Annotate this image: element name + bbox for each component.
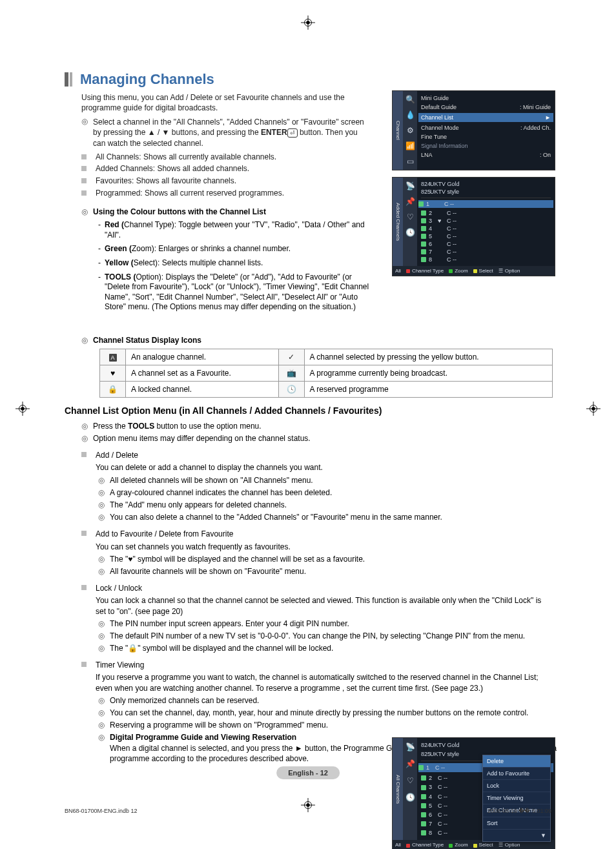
osd-icon-column: 🔍 💧 ⚙ 📶 ▭ bbox=[403, 91, 417, 170]
osd-value: : Mini Guide bbox=[520, 104, 551, 110]
bullet-item: Added Channels: Shows all added channels… bbox=[81, 164, 365, 174]
option-note: ◎The "Add" menu only appears for deleted… bbox=[98, 500, 555, 510]
note-icon: ◎ bbox=[98, 732, 110, 742]
osd-item: Default Guide bbox=[421, 104, 457, 110]
page-number-badge: English - 12 bbox=[276, 766, 340, 779]
note-text: Press the TOOLS button to use the option… bbox=[93, 421, 262, 431]
osd-tab-added: Added Channels bbox=[393, 178, 403, 266]
osd-ch-name: UKTV style bbox=[430, 189, 459, 195]
dtv-icon bbox=[418, 765, 424, 770]
bullet-icon bbox=[81, 166, 87, 171]
svg-point-3 bbox=[306, 21, 310, 25]
osd-channel-row: 2C -- bbox=[421, 209, 551, 217]
note-text: A gray-coloured channel indicates the ch… bbox=[110, 487, 471, 498]
registration-mark-icon bbox=[301, 798, 315, 812]
dtv-icon bbox=[421, 785, 426, 790]
note-text: Only memorized channels can be reserved. bbox=[110, 695, 555, 706]
registration-mark-icon bbox=[301, 15, 315, 30]
heading-text: Digital Programme Guide and Viewing Rese… bbox=[110, 732, 296, 742]
dtv-icon bbox=[418, 201, 424, 207]
note-icon: ◎ bbox=[98, 554, 110, 564]
dtv-icon bbox=[421, 830, 426, 835]
heart-icon: ♡ bbox=[407, 212, 414, 221]
pin-icon: 📌 bbox=[406, 197, 415, 206]
status-desc: An analogue channel. bbox=[126, 349, 279, 365]
status-desc: A reserved programme bbox=[304, 381, 552, 397]
antenna-icon: 📡 bbox=[406, 181, 415, 190]
osd-footer: All Channel Type Zoom Select ☰Option bbox=[393, 266, 555, 276]
magnifier-icon: 🔍 bbox=[406, 95, 415, 104]
osd-option-item: Timer Viewing bbox=[483, 792, 550, 804]
osd-icon-column: 📡 📌 ♡ 🕓 bbox=[403, 738, 417, 840]
option-note: ◎Only memorized channels can be reserved… bbox=[98, 695, 555, 706]
bullet-icon bbox=[81, 178, 87, 183]
status-icon-cell: ♥ bbox=[100, 365, 126, 381]
note-text: You can also delete a channel to the "Ad… bbox=[110, 512, 471, 522]
bullet-item: Programmed: Shows all current reserved p… bbox=[81, 189, 365, 199]
osd-item-disabled: Signal Information bbox=[421, 143, 468, 149]
status-icon-table: AAn analogue channel.✓A channel selected… bbox=[99, 349, 553, 398]
osd-item: LNA bbox=[421, 152, 433, 158]
footer-file: BN68-01700M-ENG.indb 12 bbox=[65, 808, 138, 814]
note-icon: ◎ bbox=[98, 566, 110, 577]
heading-text: Channel Status Display Icons bbox=[93, 336, 201, 345]
osd-channel-menu: Channel 🔍 💧 ⚙ 📶 ▭ Mini Guide Default Gui… bbox=[392, 90, 555, 276]
note-icon: ◎ bbox=[98, 487, 110, 498]
bullet-text: All Channels: Shows all currently availa… bbox=[96, 152, 276, 163]
dtv-icon bbox=[421, 218, 426, 223]
option-note: ◎The "♥" symbol will be displayed and th… bbox=[98, 554, 555, 564]
option-block-heading: Timer Viewing bbox=[81, 660, 555, 670]
registration-mark-icon bbox=[586, 402, 601, 416]
note-text: You can set the channel, day, month, yea… bbox=[110, 708, 555, 718]
osd-item: Mini Guide bbox=[421, 95, 449, 101]
bullet-icon bbox=[81, 190, 87, 196]
option-note: ◎All deleted channels will be shown on "… bbox=[98, 475, 555, 486]
osd-channel-row: 3♥C -- bbox=[421, 217, 551, 225]
osd-option-popup: DeleteAdd to FavouriteLockTimer ViewingE… bbox=[482, 755, 551, 842]
option-note: ◎ Press the TOOLS button to use the opti… bbox=[81, 421, 555, 431]
bullet-icon bbox=[81, 585, 87, 590]
intro-text: Using this menu, you can Add / Delete or… bbox=[81, 93, 365, 113]
note-text: All favourite channels will be shown on … bbox=[110, 566, 471, 577]
osd-ch-name: UKTV style bbox=[430, 750, 459, 758]
option-note: ◎A gray-coloured channel indicates the c… bbox=[98, 487, 555, 498]
note-text: The "🔒" symbol will be displayed and the… bbox=[110, 643, 555, 653]
bullet-icon bbox=[81, 662, 87, 667]
dtv-icon bbox=[421, 794, 426, 799]
clock-icon: 🕓 bbox=[406, 792, 415, 803]
option-desc: You can delete or add a channel to displ… bbox=[96, 462, 457, 473]
dtv-icon bbox=[421, 803, 426, 808]
osd-option-menu-panel: All Channels 📡 📌 ♡ 🕓 824UKTV Gold 825UKT… bbox=[392, 737, 555, 849]
option-note: ◎The default PIN number of a new TV set … bbox=[98, 631, 555, 641]
status-icon-cell: 📺 bbox=[278, 365, 304, 381]
osd-value: : On bbox=[540, 152, 551, 158]
option-note: ◎The "🔒" symbol will be displayed and th… bbox=[98, 643, 555, 653]
dtv-icon bbox=[421, 249, 426, 254]
signal-icon: 📶 bbox=[406, 141, 415, 150]
note-icon: ◎ bbox=[98, 708, 110, 718]
note-text: Select a channel in the "All Channels", … bbox=[93, 117, 365, 148]
main-note: ◎ Select a channel in the "All Channels"… bbox=[81, 117, 365, 148]
dtv-icon bbox=[421, 257, 426, 262]
option-menu-heading: Channel List Option Menu (in All Channel… bbox=[65, 405, 555, 416]
osd-item: Fine Tune bbox=[421, 134, 447, 140]
status-icon-cell: A bbox=[100, 349, 126, 365]
option-title: Lock / Unlock bbox=[96, 583, 142, 593]
registration-mark-icon bbox=[15, 402, 30, 416]
dtv-icon bbox=[421, 226, 426, 231]
option-note: ◎Reserving a programme will be shown on … bbox=[98, 720, 555, 730]
dtv-icon bbox=[421, 210, 426, 216]
bullet-item: All Channels: Shows all currently availa… bbox=[81, 152, 365, 163]
status-icons-heading: ◎ Channel Status Display Icons bbox=[81, 336, 555, 345]
colour-button-item: -Red (Channel Type): Toggle between your… bbox=[98, 220, 369, 240]
heart-icon: ♡ bbox=[407, 775, 414, 786]
note-icon: ◎ bbox=[98, 512, 110, 522]
input-icon: ▭ bbox=[407, 157, 414, 166]
note-icon: ◎ bbox=[81, 421, 93, 431]
option-desc: You can set channels you watch frequentl… bbox=[96, 542, 457, 552]
colour-button-item: -Green (Zoom): Enlarges or shrinks a cha… bbox=[98, 244, 369, 254]
osd-item: Channel Mode bbox=[421, 125, 459, 131]
bullet-icon bbox=[81, 531, 87, 536]
status-desc: A channel selected by pressing the yello… bbox=[304, 349, 552, 365]
bullet-item: Favourites: Shows all favourite channels… bbox=[81, 176, 365, 187]
